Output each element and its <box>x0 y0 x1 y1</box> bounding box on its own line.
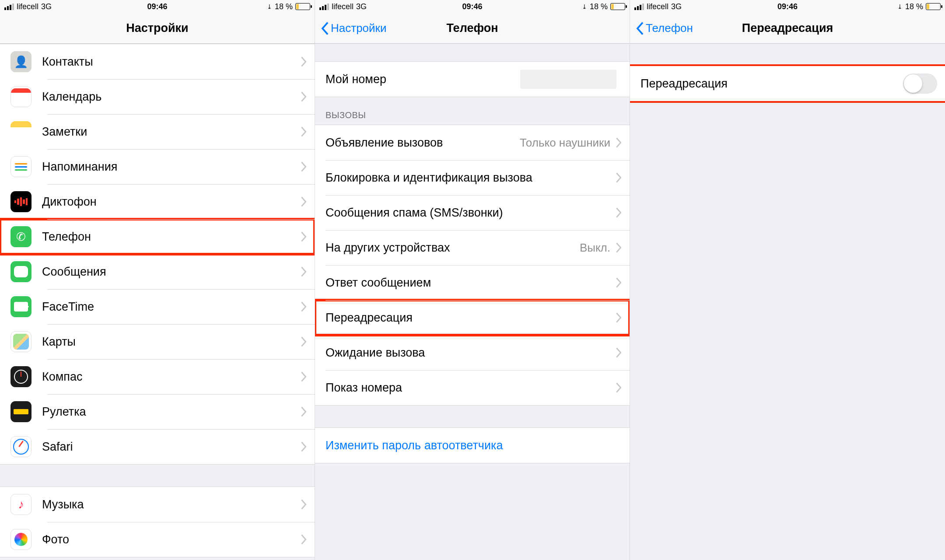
maps-icon <box>10 331 32 352</box>
phone-row[interactable]: Сообщения спама (SMS/звонки) <box>315 195 630 230</box>
status-bar: lifecell 3G 09:46 ⤓ 18 % <box>315 0 630 13</box>
screen-phone: lifecell 3G 09:46 ⤓ 18 % Настройки Телеф… <box>315 0 630 560</box>
row-label: Напоминания <box>42 160 301 174</box>
row-label: Рулетка <box>42 405 301 419</box>
chevron-right-icon <box>301 266 307 277</box>
photos-icon <box>10 529 32 550</box>
row-label: Мой номер <box>326 73 520 86</box>
chevron-right-icon <box>301 126 307 137</box>
settings-row-voice[interactable]: Диктофон <box>0 184 315 219</box>
row-label: Сообщения <box>42 265 301 279</box>
chevron-right-icon <box>616 312 622 323</box>
reminders-icon <box>10 156 32 177</box>
settings-row-contacts[interactable]: 👤Контакты <box>0 44 315 79</box>
row-label: FaceTime <box>42 300 301 314</box>
nav-bar: Телефон Переадресация <box>630 13 945 44</box>
settings-row-calendar[interactable]: Календарь <box>0 79 315 114</box>
chevron-right-icon <box>301 91 307 102</box>
facetime-icon <box>10 296 32 317</box>
battery-icon <box>926 3 941 10</box>
row-label: Переадресация <box>640 77 903 91</box>
row-label: Ответ сообщением <box>326 276 616 290</box>
phone-row[interactable]: На других устройствахВыкл. <box>315 230 630 265</box>
chevron-right-icon <box>301 301 307 312</box>
settings-row-photos[interactable]: Фото <box>0 522 315 557</box>
settings-row-reminders[interactable]: Напоминания <box>0 149 315 184</box>
settings-row-safari[interactable]: Safari <box>0 429 315 464</box>
status-time: 09:46 <box>0 2 315 11</box>
calls-list[interactable]: Объявление вызововТолько наушникиБлокиро… <box>315 125 630 406</box>
row-label: Компас <box>42 370 301 384</box>
forwarding-group: Переадресация <box>630 66 945 102</box>
my-number-group: Мой номер <box>315 61 630 97</box>
settings-row-phone[interactable]: ✆Телефон <box>0 219 315 254</box>
chevron-right-icon <box>301 56 307 67</box>
chevron-left-icon <box>636 22 644 35</box>
back-button[interactable]: Настройки <box>321 21 387 35</box>
settings-row-music[interactable]: ♪Музыка <box>0 487 315 522</box>
row-label: Блокировка и идентификация вызова <box>326 171 616 185</box>
messages-icon <box>10 261 32 282</box>
chevron-right-icon <box>616 382 622 393</box>
chevron-right-icon <box>301 231 307 242</box>
section-header-calls: ВЫЗОВЫ <box>315 97 630 125</box>
battery-icon <box>610 3 625 10</box>
row-label: Объявление вызовов <box>326 136 520 150</box>
row-label: Диктофон <box>42 195 301 209</box>
chevron-right-icon <box>301 336 307 347</box>
phone-row[interactable]: Показ номера <box>315 370 630 405</box>
measure-icon <box>10 401 32 422</box>
safari-icon <box>10 436 32 457</box>
chevron-right-icon <box>301 371 307 382</box>
row-my-number[interactable]: Мой номер <box>315 62 630 97</box>
chevron-right-icon <box>301 406 307 417</box>
nav-bar: Настройки <box>0 13 315 44</box>
row-change-voicemail-password[interactable]: Изменить пароль автоответчика <box>315 428 630 463</box>
my-number-value <box>520 70 616 89</box>
phone-row[interactable]: Блокировка и идентификация вызова <box>315 160 630 195</box>
phone-row[interactable]: Ответ сообщением <box>315 265 630 300</box>
chevron-right-icon <box>301 196 307 207</box>
settings-row-maps[interactable]: Карты <box>0 324 315 359</box>
phone-row[interactable]: Ожидание вызова <box>315 335 630 370</box>
settings-row-notes[interactable]: Заметки <box>0 114 315 149</box>
settings-list[interactable]: 👤КонтактыКалендарьЗаметкиНапоминанияДикт… <box>0 44 315 465</box>
back-button[interactable]: Телефон <box>636 21 693 35</box>
chevron-right-icon <box>301 534 307 545</box>
back-label: Настройки <box>331 21 387 35</box>
row-label: Показ номера <box>326 381 616 395</box>
settings-list-media[interactable]: ♪МузыкаФото <box>0 486 315 557</box>
phone-row[interactable]: Объявление вызововТолько наушники <box>315 125 630 160</box>
chevron-right-icon <box>616 172 622 183</box>
row-label: Карты <box>42 335 301 349</box>
row-value: Только наушники <box>520 136 610 150</box>
forwarding-toggle[interactable] <box>903 74 937 94</box>
row-label: Календарь <box>42 90 301 104</box>
nav-title: Настройки <box>0 21 315 35</box>
chevron-right-icon <box>616 242 622 253</box>
settings-row-msg[interactable]: Сообщения <box>0 254 315 289</box>
nav-bar: Настройки Телефон <box>315 13 630 44</box>
row-label: Телефон <box>42 230 301 244</box>
chevron-right-icon <box>616 277 622 288</box>
row-label: Ожидание вызова <box>326 346 616 360</box>
row-label: Заметки <box>42 125 301 139</box>
row-label: Изменить пароль автоответчика <box>326 439 622 452</box>
settings-row-measure[interactable]: Рулетка <box>0 394 315 429</box>
phone-row[interactable]: Переадресация <box>315 300 630 335</box>
chevron-right-icon <box>301 161 307 172</box>
row-label: Контакты <box>42 55 301 69</box>
back-label: Телефон <box>646 21 693 35</box>
voicemail-group: Изменить пароль автоответчика <box>315 427 630 463</box>
row-label: Safari <box>42 440 301 454</box>
phone-icon: ✆ <box>10 226 32 247</box>
screen-forwarding: lifecell 3G 09:46 ⤓ 18 % Телефон Переадр… <box>630 0 945 560</box>
row-label: Музыка <box>42 498 301 511</box>
settings-row-facetime[interactable]: FaceTime <box>0 289 315 324</box>
row-forwarding-toggle[interactable]: Переадресация <box>630 66 945 101</box>
status-time: 09:46 <box>315 2 630 11</box>
voice-memos-icon <box>10 191 32 212</box>
row-label: На других устройствах <box>326 241 580 255</box>
status-bar: lifecell 3G 09:46 ⤓ 18 % <box>0 0 315 13</box>
settings-row-compass[interactable]: Компас <box>0 359 315 394</box>
